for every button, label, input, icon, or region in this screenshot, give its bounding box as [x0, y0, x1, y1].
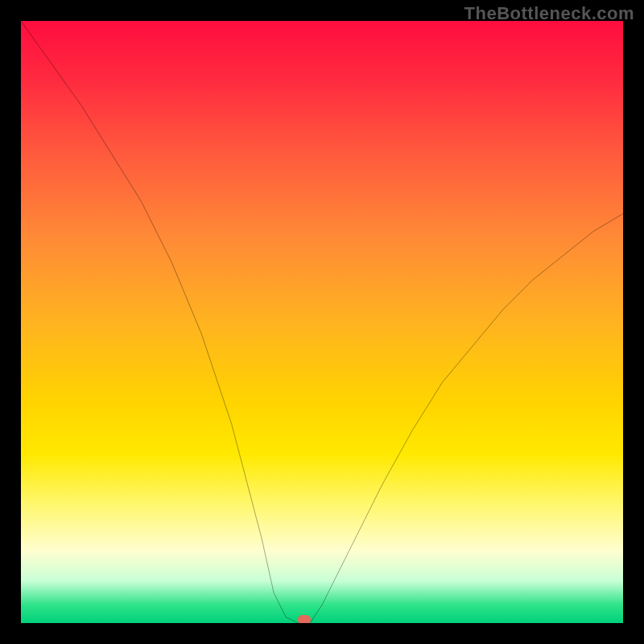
chart-frame: TheBottleneck.com: [0, 0, 644, 644]
bottleneck-curve: [21, 21, 623, 623]
plot-area: [21, 21, 623, 623]
optimal-marker: [298, 615, 311, 623]
watermark-text: TheBottleneck.com: [464, 3, 634, 24]
